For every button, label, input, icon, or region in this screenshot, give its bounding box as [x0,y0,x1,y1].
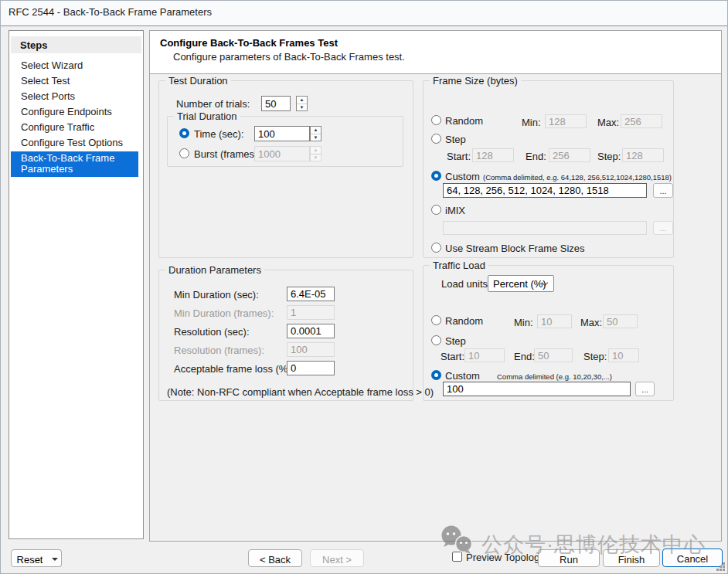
cancel-button[interactable]: Cancel [662,549,723,567]
min-duration-sec-input[interactable] [287,287,335,301]
steps-header: Steps [11,36,141,53]
resize-grip[interactable] [723,569,725,571]
reset-dropdown-button[interactable] [48,549,62,567]
window-title: RFC 2544 - Back-To-Back Frame Parameters [9,6,212,18]
min-duration-sec-label: Min Duration (sec): [174,289,259,301]
page-header: Configure Back-To-Back Frames Test Confi… [149,30,722,74]
frame-max-label: Max: [597,117,619,128]
preview-topology-label: Preview Topology [466,552,545,563]
frame-min-input [545,114,587,128]
burst-label: Burst (frames): [194,148,260,160]
frame-custom-label: Custom [445,171,480,182]
trial-duration-group-title: Trial Duration [174,110,240,122]
frame-step-radio[interactable] [431,134,441,144]
preview-topology-checkbox[interactable] [452,552,462,562]
frame-random-label: Random [445,115,483,127]
frame-custom-input[interactable] [443,183,647,198]
steps-sidebar: Steps Select Wizard Select Test Select P… [9,30,144,539]
sidebar-item-select-test[interactable]: Select Test [11,73,141,88]
resolution-sec-input[interactable] [287,324,335,338]
min-duration-frames-label: Min Duration (frames): [174,307,274,319]
resolution-frames-input [287,342,335,357]
sidebar-item-configure-test-options[interactable]: Configure Test Options [11,134,141,150]
sidebar-item-configure-endpoints[interactable]: Configure Endpoints [11,104,141,119]
traffic-load-group-title: Traffic Load [430,260,488,271]
use-stream-block-label: Use Stream Block Frame Sizes [445,243,585,254]
frame-random-radio[interactable] [431,115,441,125]
frame-step-label: Step [445,134,466,145]
load-start-label: Start: [441,351,464,362]
load-max-label: Max: [580,317,602,328]
frame-custom-browse-button[interactable]: ... [653,183,673,198]
sidebar-item-configure-traffic[interactable]: Configure Traffic [11,119,141,134]
resolution-sec-label: Resolution (sec): [174,326,250,338]
use-stream-block-radio[interactable] [431,243,441,253]
duration-parameters-group: Duration Parameters Min Duration (sec): … [158,270,413,401]
frame-custom-radio[interactable] [431,171,441,181]
load-custom-input[interactable] [443,382,631,396]
time-radio[interactable] [179,128,189,138]
time-label: Time (sec): [194,128,244,140]
load-end-label: End: [514,351,535,362]
load-end-input [534,348,573,362]
traffic-load-group: Traffic Load Load units: Percent (%) Ran… [423,265,674,401]
title-bar: RFC 2544 - Back-To-Back Frame Parameters [1,1,728,26]
load-custom-browse-button[interactable]: ... [635,382,655,396]
frame-size-group-title: Frame Size (bytes) [430,75,521,87]
sidebar-item-select-wizard[interactable]: Select Wizard [11,57,141,73]
spin-down-icon[interactable]: ▼ [311,134,321,141]
wizard-dialog: RFC 2544 - Back-To-Back Frame Parameters… [0,0,728,574]
min-duration-frames-input [287,305,335,320]
load-custom-hint: Comma delimited (e.g. 10,20,30,...) [497,372,612,381]
number-of-trials-spinner[interactable]: ▲▼ [296,96,308,111]
reset-button[interactable]: Reset [11,549,49,567]
spin-up-icon[interactable]: ▲ [311,127,321,134]
burst-radio[interactable] [179,148,189,158]
spin-up-icon[interactable]: ▲ [297,97,307,104]
load-random-radio[interactable] [431,315,441,325]
load-step-radio[interactable] [431,335,441,345]
frame-start-input [472,148,514,162]
resolution-frames-label: Resolution (frames): [174,345,264,356]
run-button[interactable]: Run [538,549,600,567]
next-button: Next > [310,549,364,567]
load-step-label: Step [445,335,466,347]
finish-button[interactable]: Finish [603,549,660,567]
load-units-value: Percent (%) [493,278,546,290]
duration-parameters-group-title: Duration Parameters [165,264,264,276]
frame-end-label: End: [526,151,546,162]
time-input[interactable] [254,126,310,141]
load-units-label: Load units: [441,278,491,290]
frame-stepsize-label: Step: [597,151,621,162]
imix-input [443,221,647,235]
load-random-label: Random [445,315,483,327]
load-max-input [603,314,638,328]
sidebar-item-back-to-back-frame-parameters-selected[interactable]: Back-To-Back Frame Parameters [11,151,138,177]
load-stepsize-input [608,348,639,362]
imix-radio[interactable] [431,205,441,215]
spin-down-icon: ▼ [311,155,321,161]
acceptable-frame-loss-label: Acceptable frame loss (%): [174,363,294,375]
frame-size-group: Frame Size (bytes) Random Min: Max: Step… [423,80,674,258]
load-custom-label: Custom [445,370,480,382]
acceptable-frame-loss-input[interactable] [287,361,335,375]
frame-custom-hint: (Comma delimited, e.g. 64,128, 256,512,1… [483,173,672,182]
non-rfc-note: (Note: Non-RFC compliant when Acceptable… [167,386,434,398]
load-min-input [537,314,572,328]
burst-input [254,146,310,161]
frame-stepsize-input [622,148,664,162]
number-of-trials-input[interactable] [261,96,291,111]
number-of-trials-label: Number of trials: [176,98,250,110]
frame-max-input [621,114,662,128]
time-spinner[interactable]: ▲▼ [310,126,321,141]
spin-down-icon[interactable]: ▼ [297,104,307,111]
load-custom-radio[interactable] [431,370,441,380]
content-panel: Test Duration Number of trials: ▲▼ Trial… [149,74,722,542]
burst-spinner: ▲▼ [310,146,321,161]
spin-up-icon: ▲ [311,147,321,155]
test-duration-group-title: Test Duration [165,75,231,87]
load-units-combo[interactable]: Percent (%) [488,275,554,292]
frame-min-label: Min: [522,117,541,128]
sidebar-item-select-ports[interactable]: Select Ports [11,88,141,104]
back-button[interactable]: < Back [248,549,302,567]
